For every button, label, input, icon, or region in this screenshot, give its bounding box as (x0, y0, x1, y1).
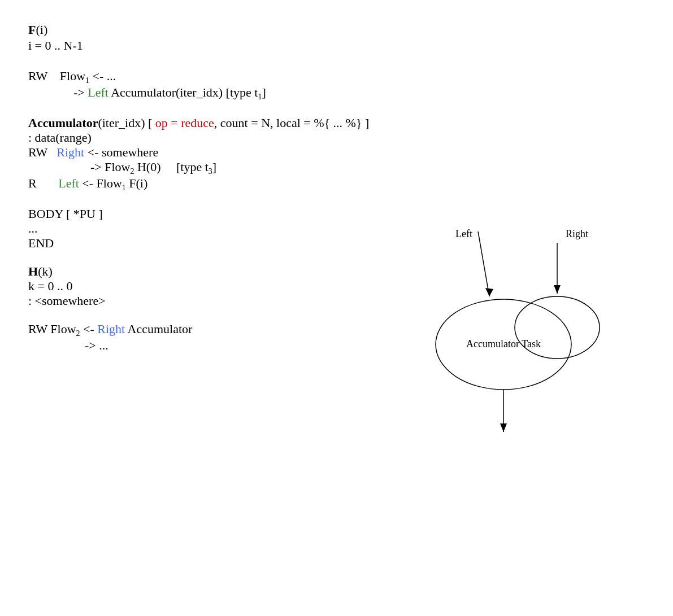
svg-point-1 (515, 296, 600, 359)
rw-right-line: RW Right <- somewhere (28, 145, 645, 160)
k-range: k = 0 .. 0 (28, 279, 72, 293)
data-range-line: : data(range) (28, 130, 645, 145)
acc-header-line: Accumulator(iter_idx) [ op = reduce, cou… (28, 116, 645, 130)
svg-marker-3 (485, 288, 493, 296)
flow1-sub: 1 (85, 76, 89, 85)
left-diagram-label: Left (455, 228, 472, 239)
left-label-green: Left (88, 85, 108, 99)
right-diagram-label: Right (566, 228, 588, 239)
op-reduce: op = reduce (155, 116, 214, 130)
arrow2: -> Flow2 H(0) [type t3] (90, 160, 216, 174)
svg-marker-5 (554, 285, 561, 294)
f-range-line: i = 0 .. N-1 (28, 38, 645, 53)
acc-iter-idx: Accumulator(iter_idx) [type t1] (108, 85, 266, 99)
acc-bold: Accumulator (28, 116, 98, 130)
svg-line-2 (478, 231, 489, 296)
rw-right-label: RW (28, 145, 57, 159)
main-content: F(i) i = 0 .. N-1 RW Flow1 <- ... -> Lef… (28, 23, 645, 353)
accumulator-diagram: Accumulator Task Left Right (390, 198, 628, 435)
end-text: END (28, 236, 54, 250)
data-range: : data(range) (28, 130, 92, 145)
arrow-symbol: -> (73, 85, 88, 99)
task-label: Accumulator Task (466, 338, 541, 349)
acc-rest: , count = N, local = %{ ... %} ] (214, 116, 369, 130)
rw-label: RW Flow1 <- ... (28, 69, 116, 83)
body-text: BODY [ *PU ] (28, 207, 103, 221)
h-args: (k) (38, 264, 53, 278)
right-label-blue: Right (57, 145, 84, 159)
rw-right-arrow-line: -> Flow2 H(0) [type t3] (90, 160, 645, 176)
ellipsis-text: ... (28, 221, 38, 235)
diagram-area: Accumulator Task Left Right (390, 198, 628, 435)
left-label2-green: Left (58, 176, 79, 190)
f-args: (i) (36, 23, 47, 37)
rw-flow2-label: RW Flow2 <- (28, 322, 97, 336)
h-bold: H (28, 264, 38, 278)
somewhere-text: : <somewhere> (28, 294, 106, 308)
r-left-rest: <- Flow1 F(i) (79, 176, 147, 190)
rw-right-rest: <- somewhere (84, 145, 158, 159)
r-left-line: R Left <- Flow1 F(i) (28, 176, 645, 193)
r-label: R (28, 176, 58, 190)
f-bold: F (28, 23, 36, 37)
rw-flow1-arrow-line: -> Left Accumulator(iter_idx) [type t1] (73, 85, 645, 102)
right-label2-blue: Right (97, 322, 125, 336)
rw-flow2-arrow-text: -> ... (85, 338, 108, 352)
acc-parens: (iter_idx) [ (98, 116, 155, 130)
svg-marker-7 (500, 423, 507, 432)
rw-flow1-line: RW Flow1 <- ... (28, 69, 645, 85)
rw-flow2-rest: Accumulator (125, 322, 192, 336)
f-range: i = 0 .. N-1 (28, 38, 83, 53)
f-header-line: F(i) (28, 23, 645, 37)
